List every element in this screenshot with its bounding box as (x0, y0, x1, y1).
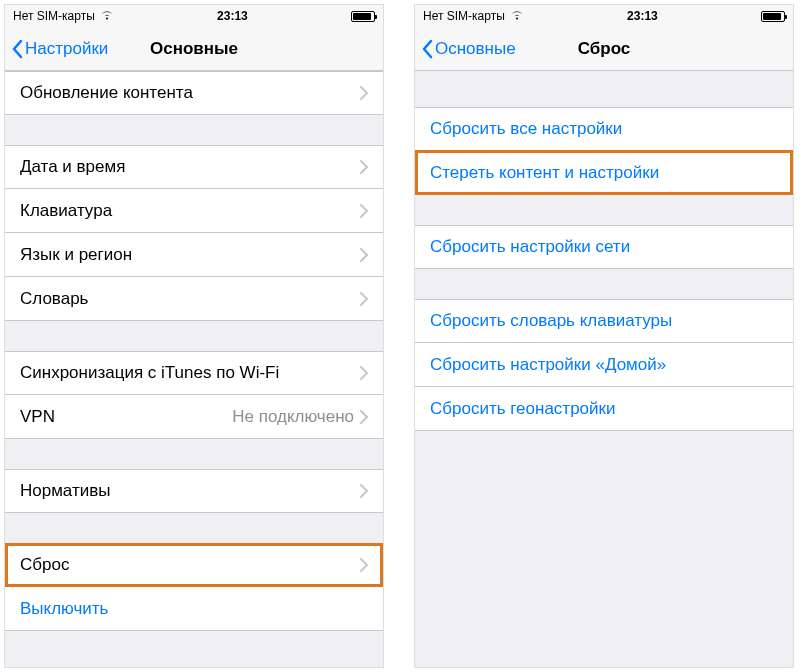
settings-row[interactable]: Выключить (5, 587, 383, 631)
row-label: VPN (20, 407, 232, 427)
battery-icon (761, 11, 785, 22)
chevron-right-icon (360, 86, 368, 100)
scroll-area-right[interactable]: Сбросить все настройкиСтереть контент и … (415, 71, 793, 667)
battery-icon (351, 11, 375, 22)
chevron-right-icon (360, 204, 368, 218)
row-label: Нормативы (20, 481, 360, 501)
settings-row[interactable]: Нормативы (5, 469, 383, 513)
row-label: Сбросить словарь клавиатуры (430, 311, 778, 331)
settings-row[interactable]: Сбросить настройки сети (415, 225, 793, 269)
chevron-left-icon (11, 39, 23, 59)
settings-group: Синхронизация с iTunes по Wi-FiVPNНе под… (5, 351, 383, 439)
wifi-icon (100, 9, 114, 23)
row-label: Словарь (20, 289, 360, 309)
row-label: Дата и время (20, 157, 360, 177)
settings-row[interactable]: Язык и регион (5, 233, 383, 277)
back-label: Настройки (25, 39, 108, 59)
chevron-right-icon (360, 248, 368, 262)
scroll-area-left[interactable]: Обновление контентаДата и времяКлавиатур… (5, 71, 383, 667)
row-label: Стереть контент и настройки (430, 163, 778, 183)
chevron-left-icon (421, 39, 433, 59)
chevron-right-icon (360, 558, 368, 572)
row-label: Клавиатура (20, 201, 360, 221)
row-label: Сбросить все настройки (430, 119, 778, 139)
settings-group: Дата и времяКлавиатураЯзык и регионСлова… (5, 145, 383, 321)
clock: 23:13 (217, 9, 248, 23)
status-bar: Нет SIM-карты 23:13 (5, 5, 383, 27)
settings-row[interactable]: Стереть контент и настройки (415, 151, 793, 195)
clock: 23:13 (627, 9, 658, 23)
settings-group: Обновление контента (5, 71, 383, 115)
settings-group: Сбросить настройки сети (415, 225, 793, 269)
chevron-right-icon (360, 160, 368, 174)
row-label: Синхронизация с iTunes по Wi-Fi (20, 363, 360, 383)
row-value: Не подключено (232, 407, 354, 427)
row-label: Сбросить настройки сети (430, 237, 778, 257)
settings-row[interactable]: Обновление контента (5, 71, 383, 115)
settings-group: Сбросить все настройкиСтереть контент и … (415, 107, 793, 195)
chevron-right-icon (360, 410, 368, 424)
back-button[interactable]: Основные (415, 39, 516, 59)
chevron-right-icon (360, 484, 368, 498)
settings-row[interactable]: Клавиатура (5, 189, 383, 233)
carrier-text: Нет SIM-карты (423, 9, 505, 23)
back-label: Основные (435, 39, 516, 59)
chevron-right-icon (360, 292, 368, 306)
row-label: Выключить (20, 599, 368, 619)
row-label: Язык и регион (20, 245, 360, 265)
row-label: Сбросить геонастройки (430, 399, 778, 419)
settings-group: Нормативы (5, 469, 383, 513)
chevron-right-icon (360, 366, 368, 380)
wifi-icon (510, 9, 524, 23)
row-label: Сброс (20, 555, 360, 575)
settings-row[interactable]: Сбросить геонастройки (415, 387, 793, 431)
nav-bar: Основные Сброс (415, 27, 793, 71)
phone-general: Нет SIM-карты 23:13 Настройки Основные О… (4, 4, 384, 668)
settings-group: СбросВыключить (5, 543, 383, 631)
settings-row[interactable]: VPNНе подключено (5, 395, 383, 439)
settings-row[interactable]: Сбросить все настройки (415, 107, 793, 151)
settings-row[interactable]: Синхронизация с iTunes по Wi-Fi (5, 351, 383, 395)
settings-row[interactable]: Словарь (5, 277, 383, 321)
nav-bar: Настройки Основные (5, 27, 383, 71)
settings-row[interactable]: Сбросить словарь клавиатуры (415, 299, 793, 343)
status-bar: Нет SIM-карты 23:13 (415, 5, 793, 27)
settings-row[interactable]: Сбросить настройки «Домой» (415, 343, 793, 387)
settings-row[interactable]: Сброс (5, 543, 383, 587)
settings-row[interactable]: Дата и время (5, 145, 383, 189)
carrier-text: Нет SIM-карты (13, 9, 95, 23)
back-button[interactable]: Настройки (5, 39, 108, 59)
row-label: Сбросить настройки «Домой» (430, 355, 778, 375)
row-label: Обновление контента (20, 83, 360, 103)
phone-reset: Нет SIM-карты 23:13 Основные Сброс Сброс… (414, 4, 794, 668)
settings-group: Сбросить словарь клавиатурыСбросить наст… (415, 299, 793, 431)
